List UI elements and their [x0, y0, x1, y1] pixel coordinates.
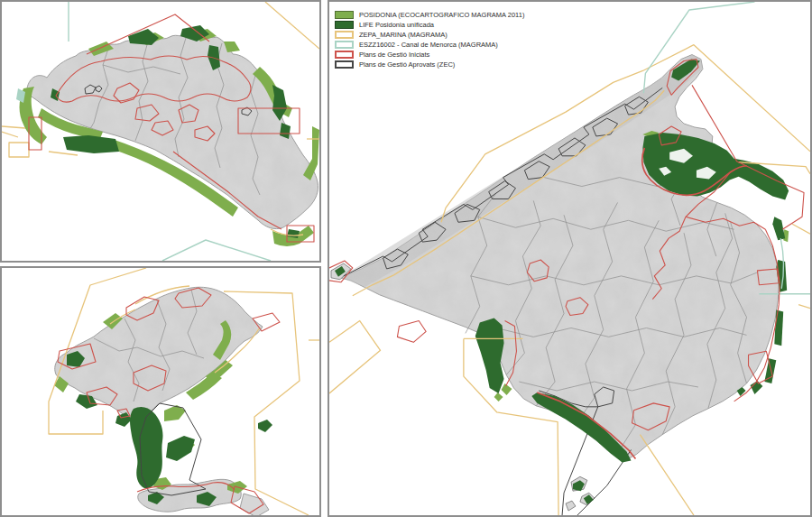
- plans-aprovats-swatch: [335, 60, 354, 69]
- legend: POSIDONIA (ECOCARTOGRAFICO MAGRAMA 2011)…: [335, 11, 524, 70]
- map-figure: { "legend": { "items": [ {"label": "POSI…: [0, 0, 812, 517]
- menorca-map: [2, 2, 319, 261]
- plans-iniciats-swatch: [335, 51, 354, 59]
- legend-item-plans-aprovats: Plans de Gestió Aprovats (ZEC): [335, 60, 524, 69]
- legend-item-label: LIFE Posidonia unificada: [359, 21, 434, 29]
- legend-item-label: ZEPA_MARINA (MAGRAMA): [359, 31, 448, 39]
- canal-menorca-swatch: [335, 41, 354, 49]
- legend-item-label: Plans de Gestió Iniciats: [359, 51, 429, 59]
- legend-item-life-posidonia: LIFE Posidonia unificada: [335, 21, 524, 29]
- pitiuses-map: [2, 268, 319, 515]
- mallorca-island: [331, 55, 779, 511]
- life-posidonia-swatch: [335, 21, 354, 29]
- map-panel-mallorca: [328, 0, 812, 517]
- map-panel-menorca: [0, 0, 321, 263]
- legend-item-canal-menorca: ESZZ16002 - Canal de Menorca (MAGRAMA): [335, 41, 524, 49]
- legend-item-label: POSIDONIA (ECOCARTOGRAFICO MAGRAMA 2011): [359, 11, 524, 19]
- legend-item-label: Plans de Gestió Aprovats (ZEC): [359, 60, 455, 69]
- map-panel-pitiuses: [0, 266, 321, 517]
- legend-item-posidonia: POSIDONIA (ECOCARTOGRAFICO MAGRAMA 2011): [335, 11, 524, 19]
- legend-item-label: ESZZ16002 - Canal de Menorca (MAGRAMA): [359, 41, 498, 49]
- zepa-marina-swatch: [335, 31, 354, 39]
- legend-item-zepa-marina: ZEPA_MARINA (MAGRAMA): [335, 31, 524, 39]
- mallorca-map: [329, 2, 810, 515]
- posidonia-swatch: [335, 11, 354, 19]
- legend-item-plans-iniciats: Plans de Gestió Iniciats: [335, 51, 524, 59]
